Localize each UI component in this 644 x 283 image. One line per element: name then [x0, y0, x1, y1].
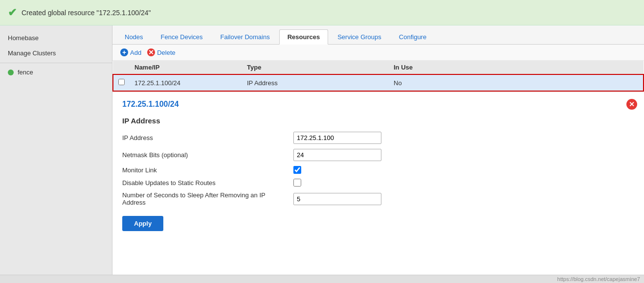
row-inuse: No [389, 74, 644, 91]
cluster-name: fence [18, 69, 33, 76]
delete-label: Delete [157, 49, 176, 56]
tab-configure[interactable]: Configure [391, 29, 435, 44]
input-ip-address[interactable] [293, 132, 381, 144]
tab-nodes[interactable]: Nodes [116, 29, 152, 44]
row-checkbox-cell[interactable] [113, 74, 130, 91]
notification-bar: ✔ Created global resource "172.25.1.100/… [0, 0, 644, 25]
label-netmask-bits: Netmask Bits (optional) [122, 151, 289, 159]
label-disable-updates: Disable Updates to Static Routes [122, 179, 289, 187]
col-header-type: Type [242, 61, 389, 74]
check-icon: ✔ [8, 6, 17, 19]
table-row[interactable]: 172.25.1.100/24 IP Address No [113, 74, 644, 91]
col-header-check [113, 61, 130, 74]
tab-bar: Nodes Fence Devices Failover Domains Res… [112, 25, 644, 45]
label-ip-address: IP Address [122, 134, 289, 142]
input-netmask-bits[interactable] [293, 149, 381, 161]
row-nameip: 172.25.1.100/24 [130, 74, 242, 91]
notification-message: Created global resource "172.25.1.100/24… [22, 9, 151, 17]
detail-panel: 172.25.1.100/24 ✕ IP Address IP Address … [112, 92, 644, 239]
input-sleep-seconds[interactable] [293, 193, 381, 205]
delete-icon: ✕ [147, 48, 155, 56]
add-label: Add [130, 49, 141, 56]
label-sleep-seconds: Number of Seconds to Sleep After Removin… [122, 191, 289, 206]
add-button[interactable]: + Add [120, 48, 141, 56]
footer-url: https://blog.csdn.net/capejasmine7 [0, 275, 644, 283]
detail-section-title: IP Address [122, 117, 634, 125]
sidebar-divider [0, 63, 112, 63]
label-monitor-link: Monitor Link [122, 166, 289, 174]
tab-resources[interactable]: Resources [279, 29, 328, 45]
detail-close-button[interactable]: ✕ [626, 99, 637, 110]
sidebar: Homebase Manage Clusters fence [0, 25, 112, 275]
add-icon: + [120, 48, 128, 56]
toolbar: + Add ✕ Delete [112, 45, 644, 61]
cluster-status-dot [8, 70, 14, 75]
detail-title: 172.25.1.100/24 [122, 100, 634, 109]
row-type: IP Address [242, 74, 389, 91]
tab-service-groups[interactable]: Service Groups [329, 29, 390, 44]
sidebar-item-homebase[interactable]: Homebase [0, 30, 112, 46]
tab-fence-devices[interactable]: Fence Devices [153, 29, 211, 44]
resource-table: Name/IP Type In Use 172.25.1.100/24 IP A… [112, 61, 644, 92]
apply-button[interactable]: Apply [122, 216, 163, 231]
col-header-inuse: In Use [389, 61, 644, 74]
main-layout: Homebase Manage Clusters fence Nodes Fen… [0, 25, 644, 275]
delete-button[interactable]: ✕ Delete [147, 48, 176, 56]
table-header-row: Name/IP Type In Use [113, 61, 644, 74]
checkbox-disable-updates[interactable] [293, 179, 301, 187]
tab-failover-domains[interactable]: Failover Domains [212, 29, 278, 44]
row-checkbox[interactable] [118, 79, 125, 85]
sidebar-item-manage-clusters[interactable]: Manage Clusters [0, 46, 112, 61]
content-area: Nodes Fence Devices Failover Domains Res… [112, 25, 644, 275]
checkbox-monitor-link[interactable] [293, 166, 301, 174]
detail-form: IP Address Netmask Bits (optional) Monit… [122, 132, 562, 206]
col-header-nameip: Name/IP [130, 61, 242, 74]
sidebar-cluster-fence[interactable]: fence [0, 65, 112, 79]
